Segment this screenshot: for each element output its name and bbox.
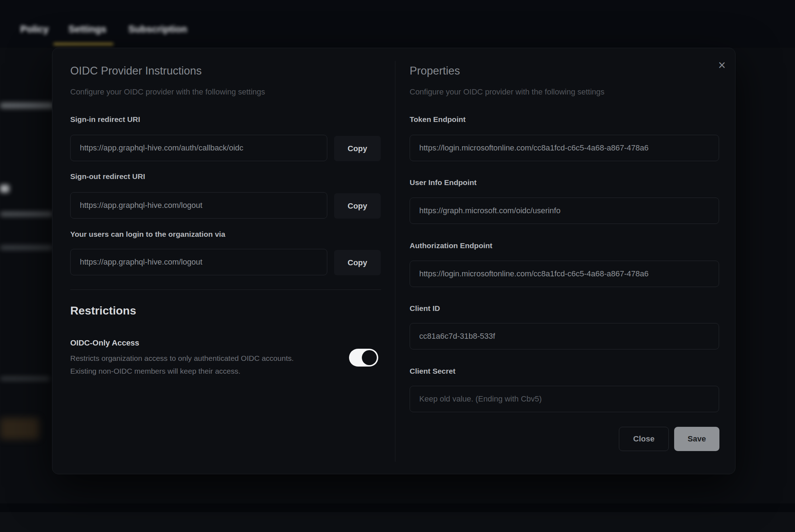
- copy-login-via-button[interactable]: Copy: [334, 250, 381, 275]
- page-top-band: [0, 0, 795, 48]
- properties-title: Properties: [410, 65, 460, 77]
- copy-signout-uri-button[interactable]: Copy: [334, 193, 381, 219]
- active-tab-underline: [53, 43, 113, 45]
- page-footer-area: [0, 512, 795, 532]
- authorization-endpoint-label: Authorization Endpoint: [410, 241, 492, 250]
- signout-redirect-uri-input[interactable]: [70, 192, 327, 219]
- client-id-label: Client ID: [410, 304, 440, 313]
- client-secret-input[interactable]: [410, 386, 719, 412]
- token-endpoint-input[interactable]: [410, 135, 719, 161]
- properties-subtitle: Configure your OIDC provider with the fo…: [410, 87, 605, 97]
- tab-subscription-label: Subscription: [128, 24, 187, 35]
- close-button[interactable]: Close: [619, 427, 669, 451]
- oidc-only-access-description-line1: Restricts organization access to only au…: [70, 352, 294, 365]
- blurred-text-line: [0, 103, 53, 108]
- blurred-text-line: [0, 212, 53, 216]
- column-divider: [395, 61, 395, 462]
- signout-redirect-uri-label: Sign-out redirect URI: [70, 172, 145, 181]
- blurred-dot: [0, 185, 9, 193]
- tab-policy[interactable]: Policy: [20, 22, 49, 36]
- tab-settings[interactable]: Settings: [68, 22, 107, 36]
- signin-redirect-uri-label: Sign-in redirect URI: [70, 115, 140, 124]
- copy-signin-uri-button[interactable]: Copy: [334, 136, 381, 161]
- blurred-text-line: [0, 245, 53, 250]
- oidc-only-access-description-line2: Existing non-OIDC members will keep thei…: [70, 365, 240, 378]
- instructions-title: OIDC Provider Instructions: [70, 65, 202, 77]
- login-via-input[interactable]: [70, 249, 327, 275]
- restrictions-divider: [70, 290, 381, 290]
- toggle-knob: [362, 350, 377, 365]
- client-id-input[interactable]: [410, 323, 719, 349]
- tab-policy-label: Policy: [20, 24, 49, 35]
- tab-settings-label: Settings: [68, 24, 107, 35]
- restrictions-title: Restrictions: [70, 304, 136, 317]
- oidc-settings-modal: × OIDC Provider Instructions Configure y…: [52, 48, 735, 474]
- token-endpoint-label: Token Endpoint: [410, 115, 466, 124]
- oidc-only-access-toggle[interactable]: [349, 349, 378, 367]
- authorization-endpoint-input[interactable]: [410, 261, 719, 287]
- user-info-endpoint-input[interactable]: [410, 198, 719, 224]
- user-info-endpoint-label: User Info Endpoint: [410, 178, 477, 187]
- save-button[interactable]: Save: [674, 427, 719, 451]
- oidc-only-access-label: OIDC-Only Access: [70, 338, 139, 348]
- tab-subscription[interactable]: Subscription: [128, 22, 187, 36]
- client-secret-label: Client Secret: [410, 367, 455, 375]
- blurred-button: [0, 418, 39, 439]
- instructions-subtitle: Configure your OIDC provider with the fo…: [70, 87, 265, 97]
- blurred-text-line: [0, 377, 50, 381]
- login-via-label: Your users can login to the organization…: [70, 230, 225, 239]
- signin-redirect-uri-input[interactable]: [70, 135, 327, 161]
- close-icon[interactable]: ×: [714, 57, 730, 73]
- page-footer-strip: [0, 503, 795, 512]
